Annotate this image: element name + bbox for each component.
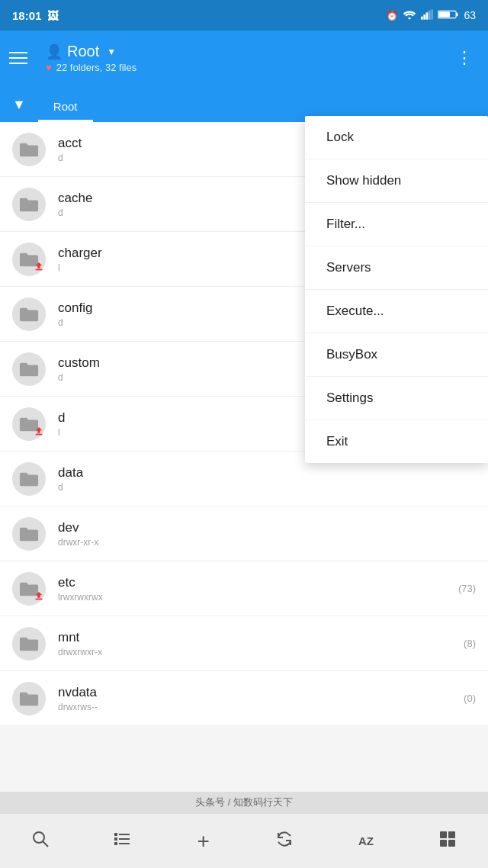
file-name: etc bbox=[58, 575, 452, 590]
folder-svg bbox=[19, 471, 39, 487]
folder-svg bbox=[19, 141, 39, 158]
svg-rect-13 bbox=[119, 838, 130, 840]
menu-item-show-hidden[interactable]: Show hidden bbox=[305, 159, 488, 203]
user-icon: 👤 bbox=[46, 43, 63, 60]
menu-item-settings[interactable]: Settings bbox=[305, 377, 488, 420]
file-info: nvdatadrwxrws-- bbox=[58, 685, 458, 712]
status-icons: ⏰ 63 bbox=[386, 9, 476, 22]
refresh-icon bbox=[275, 830, 294, 853]
svg-rect-15 bbox=[119, 843, 130, 844]
tab-root[interactable]: Root bbox=[38, 91, 93, 122]
watermark: 头条号 / 知数码行天下 bbox=[0, 792, 488, 813]
header-subtitle: ♥ 22 folders, 32 files bbox=[46, 62, 450, 73]
svg-rect-3 bbox=[429, 10, 431, 19]
svg-rect-17 bbox=[448, 831, 455, 838]
list-icon bbox=[113, 830, 131, 853]
battery-icon bbox=[438, 9, 459, 22]
menu-item-execute---[interactable]: Execute... bbox=[305, 290, 488, 333]
heart-icon: ♥ bbox=[46, 62, 52, 73]
file-row[interactable]: nvdatadrwxrws--(0) bbox=[0, 671, 488, 726]
file-count: (8) bbox=[464, 638, 476, 649]
nav-list[interactable] bbox=[104, 823, 140, 860]
nav-sort[interactable]: AZ bbox=[348, 823, 384, 860]
menu-item-servers[interactable]: Servers bbox=[305, 246, 488, 290]
file-meta: d bbox=[58, 482, 476, 493]
folder-svg bbox=[19, 526, 39, 542]
folder-icon-wrap bbox=[12, 627, 46, 661]
menu-item-lock[interactable]: Lock bbox=[305, 116, 488, 159]
svg-rect-1 bbox=[424, 14, 426, 20]
menu-item-busybox[interactable]: BusyBox bbox=[305, 333, 488, 377]
folder-svg bbox=[19, 635, 39, 652]
dropdown-menu: LockShow hiddenFilter...ServersExecute..… bbox=[305, 116, 488, 463]
battery-percent: 63 bbox=[464, 9, 476, 21]
folder-icon-wrap bbox=[12, 352, 46, 386]
file-info: devdrwxr-xr-x bbox=[58, 520, 476, 548]
folder-icon-wrap bbox=[12, 517, 46, 551]
svg-rect-16 bbox=[440, 831, 447, 838]
folder-icon-wrap bbox=[12, 407, 46, 441]
watermark-text: 头条号 / 知数码行天下 bbox=[195, 796, 293, 809]
file-count: (0) bbox=[464, 693, 476, 704]
svg-rect-10 bbox=[114, 833, 117, 836]
svg-line-9 bbox=[43, 841, 48, 847]
link-arrow-icon bbox=[34, 426, 44, 439]
file-meta: lrwxrwxrwx bbox=[58, 592, 452, 603]
svg-rect-14 bbox=[114, 842, 117, 845]
nav-add[interactable]: + bbox=[185, 823, 222, 860]
link-arrow-icon bbox=[34, 591, 44, 604]
file-row[interactable]: mntdrwxrwxr-x(8) bbox=[0, 616, 488, 671]
file-meta: drwxrws-- bbox=[58, 702, 458, 712]
signal-icon bbox=[421, 9, 433, 22]
add-icon: + bbox=[197, 829, 209, 854]
svg-rect-0 bbox=[421, 16, 423, 19]
tab-root-label: Root bbox=[53, 100, 78, 113]
file-row[interactable]: devdrwxr-xr-x bbox=[0, 506, 488, 561]
image-icon: 🖼 bbox=[47, 9, 59, 22]
time-display: 18:01 bbox=[12, 9, 41, 22]
search-icon bbox=[31, 830, 50, 853]
link-arrow-icon bbox=[34, 262, 44, 275]
file-info: etclrwxrwxrwx bbox=[58, 575, 452, 603]
svg-rect-11 bbox=[119, 834, 130, 835]
folder-icon-wrap bbox=[12, 682, 46, 715]
file-info: mntdrwxrwxr-x bbox=[58, 630, 458, 657]
sort-icon: AZ bbox=[358, 834, 374, 847]
folder-count-label: 22 folders, 32 files bbox=[56, 62, 137, 73]
header-username: Root bbox=[67, 43, 99, 60]
svg-rect-18 bbox=[440, 840, 447, 847]
folder-icon-wrap bbox=[12, 462, 46, 496]
file-name: nvdata bbox=[58, 685, 458, 700]
alarm-icon: ⏰ bbox=[386, 10, 398, 21]
file-info: datad bbox=[58, 465, 476, 493]
file-name: data bbox=[58, 465, 476, 481]
more-options-button[interactable]: ⋮ bbox=[450, 42, 479, 74]
svg-rect-19 bbox=[448, 840, 455, 847]
folder-icon-wrap bbox=[12, 572, 46, 606]
status-bar: 18:01 🖼 ⏰ 63 bbox=[0, 0, 488, 31]
header-title-area: 👤 Root ▼ ♥ 22 folders, 32 files bbox=[46, 43, 450, 73]
hamburger-button[interactable] bbox=[9, 44, 37, 72]
nav-refresh[interactable] bbox=[266, 823, 303, 860]
menu-item-exit[interactable]: Exit bbox=[305, 420, 488, 463]
folder-svg bbox=[19, 196, 39, 213]
folder-icon-wrap bbox=[12, 243, 46, 276]
svg-rect-6 bbox=[457, 12, 458, 16]
nav-search[interactable] bbox=[22, 823, 59, 860]
tab-chevron-button[interactable]: ▼ bbox=[0, 88, 38, 122]
svg-point-8 bbox=[34, 832, 44, 843]
file-row[interactable]: etclrwxrwxrwx(73) bbox=[0, 561, 488, 616]
nav-grid[interactable] bbox=[429, 823, 466, 860]
folder-icon-wrap bbox=[12, 297, 46, 331]
file-meta: drwxr-xr-x bbox=[58, 537, 476, 548]
dropdown-arrow-icon[interactable]: ▼ bbox=[107, 47, 116, 57]
bottom-nav: + AZ bbox=[0, 813, 488, 868]
file-name: mnt bbox=[58, 630, 458, 645]
folder-svg bbox=[19, 306, 39, 323]
menu-item-filter---[interactable]: Filter... bbox=[305, 203, 488, 246]
file-name: dev bbox=[58, 520, 476, 535]
status-time-area: 18:01 🖼 bbox=[12, 9, 59, 22]
user-row: 👤 Root ▼ bbox=[46, 43, 450, 60]
file-meta: drwxrwxr-x bbox=[58, 647, 458, 657]
svg-rect-7 bbox=[439, 11, 451, 17]
